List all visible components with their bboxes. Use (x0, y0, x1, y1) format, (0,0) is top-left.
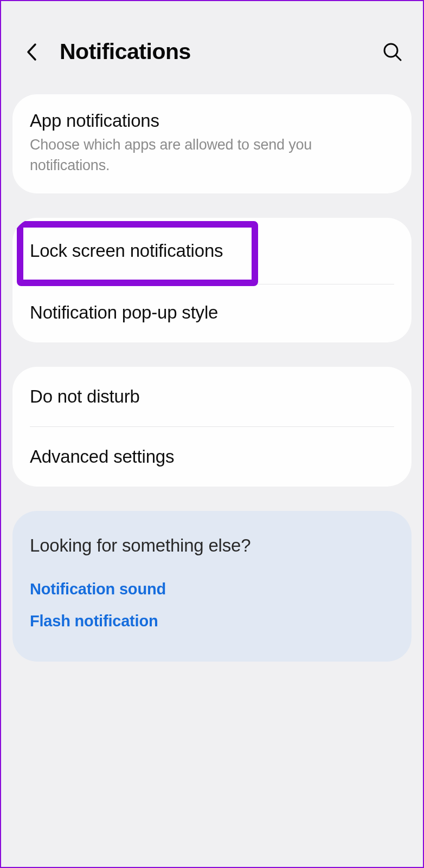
item-subtitle: Choose which apps are allowed to send yo… (30, 135, 394, 176)
card-suggestions: Looking for something else? Notification… (12, 511, 412, 662)
header: Notifications (1, 1, 423, 94)
item-lock-screen-notifications[interactable]: Lock screen notifications (12, 218, 412, 284)
page-title: Notifications (60, 39, 381, 64)
search-icon[interactable] (381, 41, 404, 63)
suggestions-title: Looking for something else? (30, 535, 394, 556)
card-app-notifications: App notifications Choose which apps are … (12, 94, 412, 193)
item-app-notifications[interactable]: App notifications Choose which apps are … (12, 94, 412, 193)
item-title: Notification pop-up style (30, 302, 394, 323)
svg-line-1 (396, 55, 401, 60)
item-title: App notifications (30, 111, 394, 131)
back-icon[interactable] (24, 41, 39, 63)
item-do-not-disturb[interactable]: Do not disturb (12, 367, 412, 426)
card-dnd-advanced: Do not disturb Advanced settings (12, 367, 412, 487)
item-notification-popup-style[interactable]: Notification pop-up style (12, 284, 412, 342)
link-notification-sound[interactable]: Notification sound (30, 573, 394, 605)
link-flash-notification[interactable]: Flash notification (30, 605, 394, 637)
item-advanced-settings[interactable]: Advanced settings (12, 427, 412, 487)
card-notification-style: Lock screen notifications Notification p… (12, 218, 412, 342)
item-title: Advanced settings (30, 446, 394, 467)
item-title: Do not disturb (30, 386, 394, 407)
item-title: Lock screen notifications (30, 241, 394, 261)
